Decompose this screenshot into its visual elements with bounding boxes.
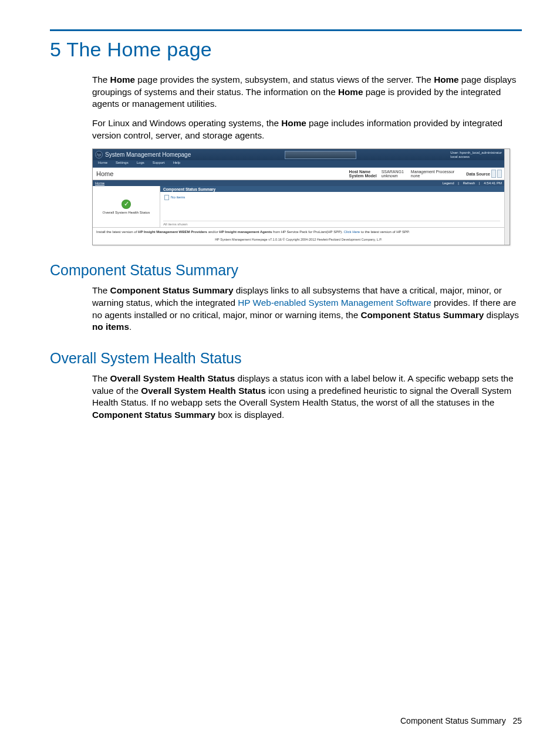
section-overall-health: Overall System Health Status: [50, 350, 522, 367]
smh-titlebar: hp System Management Homepage User: hpsm…: [93, 149, 504, 160]
bold: Home: [110, 75, 136, 85]
ok-check-icon: ✓: [122, 200, 131, 209]
refresh-link[interactable]: Refresh: [463, 181, 475, 185]
text: .: [129, 322, 131, 332]
bold: Home: [281, 118, 306, 128]
smh-info-bar: Home Host Name System Model SSARANG1 unk…: [93, 168, 504, 180]
no-items-text: No items: [171, 195, 185, 199]
text: from HP Service Pack for ProLiant(HP SPP…: [272, 230, 343, 234]
tab-home[interactable]: Home: [95, 160, 111, 167]
bold: Home: [338, 87, 363, 97]
bold: HP Insight Management WBEM Providers: [138, 230, 207, 234]
health-status-label: Overall System Health Status: [103, 210, 150, 214]
footer-label: Component Status Summary: [400, 716, 506, 725]
model-val: unknown: [382, 174, 404, 178]
bold: no items: [92, 322, 129, 332]
host-val: SSARANG1: [382, 170, 404, 174]
section2-para: The Overall System Health Status display…: [50, 373, 522, 421]
hp-logo-icon: hp: [95, 151, 103, 158]
footer-page: 25: [512, 716, 522, 725]
bold: Overall System Health Status: [141, 386, 266, 396]
tab-help[interactable]: Help: [170, 160, 184, 167]
intro-para-2: For Linux and Windows operating systems,…: [50, 117, 522, 141]
time-label: 4:54:41 PM: [484, 181, 502, 185]
tab-settings[interactable]: Settings: [112, 160, 132, 167]
bold: Component Status Summary: [360, 310, 484, 320]
user-line2: local access: [450, 155, 470, 158]
mp-key: Management Processor: [411, 170, 454, 174]
smh-screenshot: hp System Management Homepage User: hpsm…: [92, 148, 510, 245]
bold: Component Status Summary: [110, 285, 234, 295]
host-pair: Host Name System Model: [349, 170, 377, 178]
host-values: SSARANG1 unknown: [382, 170, 404, 178]
install-message: Install the latest version of HP Insight…: [93, 227, 504, 237]
smh-tabs: Home Settings Logs Support Help: [93, 160, 504, 168]
component-summary-header: Component Status Summary: [160, 186, 504, 192]
smh-breadcrumb: Home Legend | Refresh | 4:54:41 PM: [93, 180, 504, 186]
user-line1: User: hpsmh_local_administrator: [450, 151, 502, 154]
section1-para: The Component Status Summary displays li…: [50, 285, 522, 333]
text: For Linux and Windows operating systems,…: [92, 118, 281, 128]
bold: Home: [434, 75, 459, 85]
text: to the latest version of HP SPP.: [360, 230, 410, 234]
text: The: [92, 75, 110, 85]
scrollbar[interactable]: [504, 149, 510, 245]
health-status-panel: ✓ Overall System Health Status: [93, 186, 160, 227]
all-items-shown: All items shown: [163, 221, 500, 226]
text: The: [92, 285, 110, 295]
legend-link[interactable]: Legend: [442, 181, 454, 185]
mp-val: none: [411, 174, 454, 178]
data-source-icon-2[interactable]: [497, 170, 502, 178]
tab-logs[interactable]: Logs: [133, 160, 148, 167]
smh-center-placeholder: [285, 151, 356, 159]
text: The: [92, 373, 110, 383]
mp-pair: Management Processor none: [411, 170, 454, 178]
text: page provides the system, subsystem, and…: [135, 75, 434, 85]
smh-user-info: User: hpsmh_local_administrator local ac…: [444, 151, 502, 158]
smh-title: System Management Homepage: [105, 151, 191, 158]
copyright-line: HP System Management Homepage v7.1.0.16 …: [93, 237, 504, 245]
text: and/or: [207, 230, 219, 234]
data-source-label: Data Source: [466, 172, 490, 176]
text: Install the latest version of: [96, 230, 138, 234]
hp-web-link[interactable]: HP Web-enabled System Management Softwar…: [238, 298, 431, 308]
host-key: Host Name: [349, 170, 377, 174]
no-items-row: No items: [160, 192, 504, 203]
text: box is displayed.: [215, 410, 284, 420]
bold: HP Insight management Agents: [219, 230, 272, 234]
bold: Overall System Health Status: [110, 373, 235, 383]
click-here-link[interactable]: Click Here: [344, 230, 360, 234]
page-footer: Component Status Summary 25: [400, 716, 522, 725]
data-source-icon[interactable]: [491, 170, 496, 178]
text: displays: [484, 310, 519, 320]
intro-para-1: The Home page provides the system, subsy…: [50, 74, 522, 110]
tab-support[interactable]: Support: [149, 160, 168, 167]
chapter-title: 5 The Home page: [50, 38, 522, 61]
top-rule: [50, 29, 522, 31]
model-key: System Model: [349, 174, 377, 178]
bold: Component Status Summary: [92, 410, 215, 420]
breadcrumb-home[interactable]: Home: [95, 181, 104, 185]
page-heading: Home: [95, 170, 113, 177]
document-icon: [164, 195, 169, 200]
section-component-status: Component Status Summary: [50, 262, 522, 279]
